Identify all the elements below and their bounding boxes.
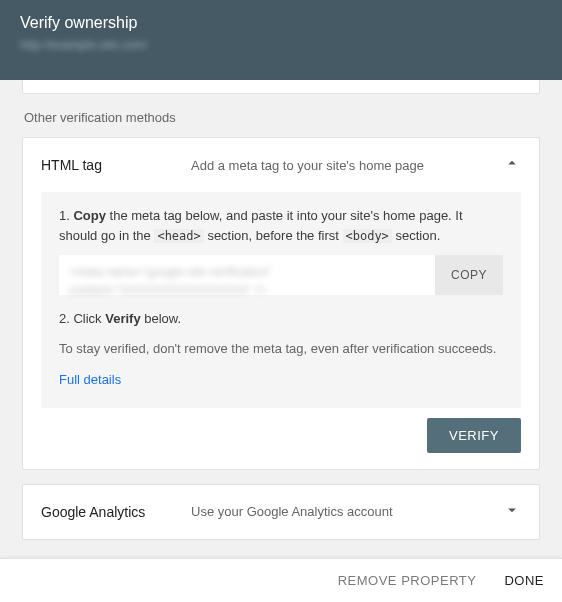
verify-row: VERIFY bbox=[23, 414, 539, 469]
meta-tag-row: <meta name="google-site-verification" co… bbox=[59, 255, 503, 295]
dialog-body: Other verification methods HTML tag Add … bbox=[0, 80, 562, 558]
card-body-html-tag: 1. Copy the meta tag below, and paste it… bbox=[41, 192, 521, 408]
copy-button[interactable]: COPY bbox=[435, 255, 503, 295]
dialog-title: Verify ownership bbox=[20, 14, 542, 32]
card-title: Google Analytics bbox=[41, 504, 191, 520]
card-header-html-tag[interactable]: HTML tag Add a meta tag to your site's h… bbox=[23, 138, 539, 192]
chevron-up-icon bbox=[503, 154, 521, 176]
done-button[interactable]: DONE bbox=[504, 573, 544, 588]
step-1: 1. Copy the meta tag below, and paste it… bbox=[59, 206, 503, 245]
verify-button[interactable]: VERIFY bbox=[427, 418, 521, 453]
card-title: HTML tag bbox=[41, 157, 191, 173]
card-header-analytics[interactable]: Google Analytics Use your Google Analyti… bbox=[23, 485, 539, 539]
dialog-subtitle: http://example-site.com/ bbox=[20, 38, 542, 52]
meta-tag-input[interactable]: <meta name="google-site-verification" co… bbox=[59, 255, 435, 295]
remove-property-button[interactable]: REMOVE PROPERTY bbox=[338, 573, 477, 588]
method-card-html-tag: HTML tag Add a meta tag to your site's h… bbox=[22, 137, 540, 470]
dialog-header: Verify ownership http://example-site.com… bbox=[0, 0, 562, 80]
step-2: 2. Click Verify below. bbox=[59, 309, 503, 329]
section-heading: Other verification methods bbox=[24, 110, 540, 125]
method-card-analytics: Google Analytics Use your Google Analyti… bbox=[22, 484, 540, 540]
collapsed-card-stub bbox=[22, 80, 540, 94]
full-details-link[interactable]: Full details bbox=[59, 372, 121, 387]
verification-note: To stay verified, don't remove the meta … bbox=[59, 339, 503, 359]
chevron-down-icon bbox=[503, 501, 521, 523]
card-description: Use your Google Analytics account bbox=[191, 504, 503, 519]
card-description: Add a meta tag to your site's home page bbox=[191, 158, 503, 173]
dialog-footer: REMOVE PROPERTY DONE bbox=[0, 558, 562, 602]
